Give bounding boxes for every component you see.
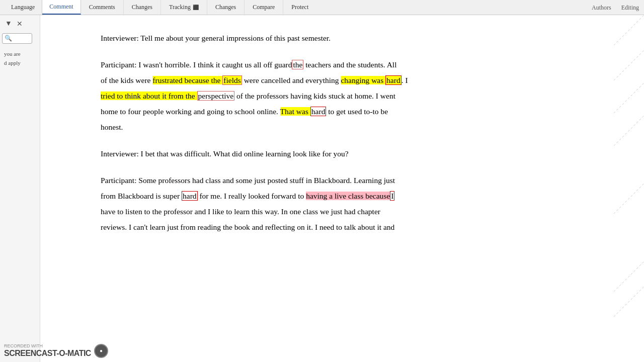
p2-to-get: to get used to-to be (326, 107, 388, 116)
watermark-line1: RECORDED WITH (4, 343, 91, 349)
editing-label: Editing (621, 4, 639, 12)
p2-home-to: home to four people working and going to… (101, 107, 280, 116)
highlight-tried: tried to think about it from the (101, 92, 197, 100)
highlight-that-was: That was (280, 107, 310, 116)
paragraph-1-text: Interviewer: Tell me about your general … (101, 34, 331, 42)
p4-from-blackboard: from Blackboard is super (101, 192, 182, 200)
p4-have-to-listen: have to listen to the professor and I li… (101, 207, 380, 216)
tab-compare[interactable]: Compare (245, 0, 283, 15)
tab-comments[interactable]: Comments (81, 0, 124, 15)
word-the-boxed: the (292, 60, 303, 69)
word-hard3: hard (182, 191, 198, 201)
p2-of-professors: of the professors having kids stuck at h… (234, 92, 395, 100)
close-button[interactable]: ✕ (15, 19, 24, 28)
watermark-icon: ● (94, 344, 108, 358)
tab-language[interactable]: Language (4, 0, 42, 15)
p2-of-the-kids: of the kids were (101, 76, 152, 84)
sidebar-text: you are d apply (2, 50, 21, 67)
word-hard1: hard (385, 75, 401, 85)
search-icon: 🔍 (5, 35, 12, 42)
watermark-text: RECORDED WITH SCREENCAST-O-MATIC (4, 343, 91, 358)
p2-were-cancelled: were cancelled and everything (242, 76, 341, 84)
paragraph-3: Interviewer: I bet that was difficult. W… (101, 146, 604, 161)
collapse-button[interactable]: ▼ (4, 19, 13, 28)
p4-for-me: for me. I really looked forward to (198, 192, 306, 200)
word-I: I (390, 191, 394, 201)
ribbon-right: Authors Editing (592, 0, 639, 15)
sidebar-controls: ▼ ✕ (2, 19, 24, 28)
watermark: RECORDED WITH SCREENCAST-O-MATIC ● (4, 343, 108, 358)
ribbon: Language Comment Comments Changes Tracki… (0, 0, 644, 15)
paragraph-1: Interviewer: Tell me about your general … (101, 30, 604, 46)
ribbon-tabs: Language Comment Comments Changes Tracki… (4, 0, 316, 15)
search-box[interactable]: 🔍 (2, 33, 32, 44)
highlight-fields: fields (222, 75, 242, 85)
tab-changes-1[interactable]: Changes (124, 0, 161, 15)
p2-honest: honest. (101, 123, 123, 131)
highlight-changing: changing was (341, 76, 385, 84)
p2-period: . I (401, 76, 408, 84)
tracking-icon: ⬛ (193, 5, 199, 10)
p4-prefix: Participant: Some professors had class a… (101, 176, 395, 185)
search-input[interactable] (12, 36, 30, 42)
paragraph-3-text: Interviewer: I bet that was difficult. W… (101, 149, 349, 158)
watermark-brand: SCREENCAST-O-MATIC (4, 349, 91, 358)
paragraph-4: Participant: Some professors had class a… (101, 172, 604, 235)
tab-tracking[interactable]: Tracking ⬛ (161, 0, 207, 15)
highlight-frustrated: frustrated because the (152, 76, 222, 84)
p2-after-the: teachers and the students. All (303, 60, 396, 69)
main-content: Interviewer: Tell me about your general … (40, 15, 644, 347)
word-perspective: perspective (197, 91, 235, 101)
highlight-having-class: having a live class because (306, 192, 390, 200)
tab-comment[interactable]: Comment (42, 0, 80, 15)
tab-changes-2[interactable]: Changes (207, 0, 245, 15)
tab-protect[interactable]: Protect (283, 0, 316, 15)
paragraph-2: Participant: I wasn't horrible. I think … (101, 57, 604, 135)
p2-prefix: Participant: I wasn't horrible. I think … (101, 60, 292, 69)
left-sidebar: ▼ ✕ 🔍 you are d apply (0, 15, 40, 362)
authors-label: Authors (592, 4, 611, 12)
p4-reviews: reviews. I can't learn just from reading… (101, 223, 394, 231)
word-hard2: hard (310, 107, 327, 116)
